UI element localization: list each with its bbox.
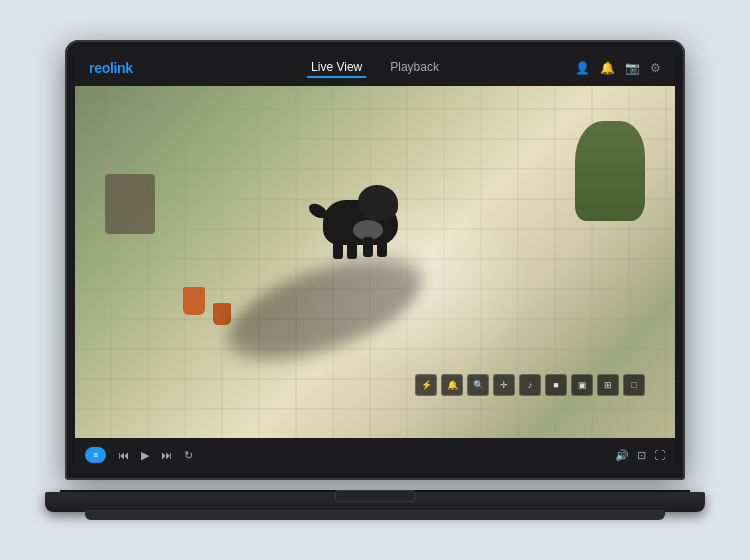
dog-leg-3 <box>363 237 373 257</box>
grid-icon[interactable]: ⊞ <box>597 374 619 396</box>
chat-icon: ≡ <box>93 450 98 460</box>
video-area: ⚡ 🔔 🔍 ✛ ♪ ■ ▣ ⊞ □ <box>75 86 675 438</box>
zoom-icon[interactable]: 🔍 <box>467 374 489 396</box>
laptop-body <box>45 492 705 512</box>
play-button[interactable]: ▶ <box>139 447 151 464</box>
mic-icon[interactable]: ♪ <box>519 374 541 396</box>
person-icon[interactable]: 👤 <box>575 61 590 75</box>
volume-button[interactable]: 🔊 <box>615 449 629 462</box>
nav-tabs: Live View Playback <box>307 58 443 78</box>
laptop-screen: reolink Live View Playback 👤 🔔 📷 ⚙ <box>65 40 685 480</box>
right-controls: 🔊 ⊡ ⛶ <box>615 449 665 462</box>
patio-chair <box>105 174 155 234</box>
dog-leg-4 <box>377 237 387 257</box>
record-icon[interactable]: ■ <box>545 374 567 396</box>
playback-controls: ⏮ ▶ ⏭ ↻ <box>116 447 195 464</box>
move-icon[interactable]: ✛ <box>493 374 515 396</box>
dog-leg-1 <box>333 237 343 259</box>
tab-live-view[interactable]: Live View <box>307 58 366 78</box>
dog-figure <box>303 185 423 275</box>
laptop-base <box>45 478 705 520</box>
camera-icon[interactable]: 📷 <box>625 61 640 75</box>
notifications-icon[interactable]: 🔔 <box>600 61 615 75</box>
app-logo: reolink <box>89 60 133 76</box>
screenshot-icon[interactable]: ▣ <box>571 374 593 396</box>
dog-leg-2 <box>347 237 357 259</box>
logo-text: reolink <box>89 60 133 76</box>
trackpad <box>335 490 415 502</box>
alarm-icon[interactable]: 🔔 <box>441 374 463 396</box>
settings-icon[interactable]: ⚙ <box>650 61 661 75</box>
bottom-control-bar: ≡ ⏮ ▶ ⏭ ↻ 🔊 ⊡ ⛶ <box>75 438 675 472</box>
chat-button[interactable]: ≡ <box>85 447 106 463</box>
laptop-device: reolink Live View Playback 👤 🔔 📷 ⚙ <box>45 40 705 520</box>
pip-button[interactable]: ⊡ <box>637 449 646 462</box>
rewind-button[interactable]: ⏮ <box>116 447 131 463</box>
tab-playback[interactable]: Playback <box>386 58 443 78</box>
more-icon[interactable]: □ <box>623 374 645 396</box>
flower-pot-2 <box>213 303 231 325</box>
smart-detect-icon[interactable]: ⚡ <box>415 374 437 396</box>
fast-forward-button[interactable]: ⏭ <box>159 447 174 463</box>
flower-pot-1 <box>183 287 205 315</box>
expand-button[interactable]: ⛶ <box>654 449 665 461</box>
garden-bush <box>575 121 645 221</box>
refresh-button[interactable]: ↻ <box>182 447 195 464</box>
laptop-foot <box>85 510 665 520</box>
top-bar: reolink Live View Playback 👤 🔔 📷 ⚙ <box>75 50 675 86</box>
dog-head <box>358 185 398 220</box>
top-icons: 👤 🔔 📷 ⚙ <box>575 61 661 75</box>
screen-bezel: reolink Live View Playback 👤 🔔 📷 ⚙ <box>75 50 675 472</box>
overlay-toolbar: ⚡ 🔔 🔍 ✛ ♪ ■ ▣ ⊞ □ <box>415 374 645 396</box>
